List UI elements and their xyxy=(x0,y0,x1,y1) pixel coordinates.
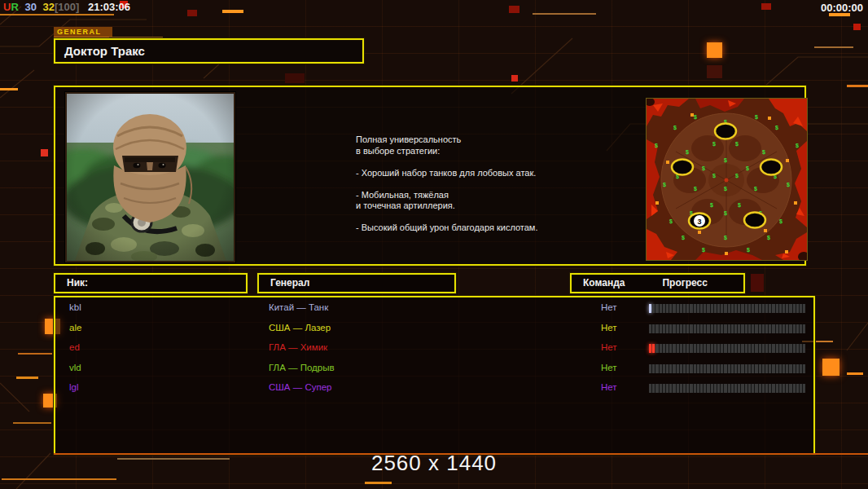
start-position-number: 3 xyxy=(697,218,701,226)
header-team-progress: Команда Прогресс xyxy=(570,273,745,293)
general-info-panel: Полная универсальность в выборе стратеги… xyxy=(54,86,806,266)
decor-dash xyxy=(847,372,863,375)
svg-text:$: $ xyxy=(712,141,716,148)
description-line: Полная универсальность xyxy=(356,134,625,146)
player-progress-bar xyxy=(649,304,805,313)
player-row[interactable]: vld ГЛА — Подрыв Нет xyxy=(55,360,813,380)
decor-square xyxy=(707,65,722,78)
header-team: Команда xyxy=(583,275,625,292)
svg-text:$: $ xyxy=(724,210,727,217)
player-nick: kbl xyxy=(69,302,81,312)
description-line: - Мобильная, тяжёлая xyxy=(356,190,625,201)
header-progress: Прогресс xyxy=(662,275,707,292)
player-team[interactable]: Нет xyxy=(601,302,617,312)
player-progress-bar xyxy=(649,344,805,353)
svg-text:$: $ xyxy=(694,186,697,192)
player-team[interactable]: Нет xyxy=(601,342,617,352)
player-general[interactable]: США — Супер xyxy=(269,382,331,392)
player-nick: ale xyxy=(69,323,81,333)
resolution-indicator: 2560 x 1440 xyxy=(0,451,868,476)
player-row[interactable]: ed ГЛА — Химик Нет xyxy=(55,340,813,359)
general-name-box[interactable]: Доктор Тракс xyxy=(54,38,364,64)
game-timer: 00:00:00 xyxy=(821,2,863,14)
statusbar-label-r: R xyxy=(11,1,18,13)
player-row[interactable]: lgl США — Супер Нет xyxy=(55,380,813,399)
svg-text:$: $ xyxy=(779,218,783,225)
player-team[interactable]: Нет xyxy=(601,323,617,333)
statusbar-clock: 21:03:06 xyxy=(88,1,130,13)
player-nick: vld xyxy=(69,363,81,372)
description-line: и точечная артиллерия. xyxy=(356,200,625,212)
player-general[interactable]: ГЛА — Подрыв xyxy=(269,363,335,372)
statusbar-fps: 30 xyxy=(24,1,36,13)
svg-text:$: $ xyxy=(746,165,749,172)
svg-text:$: $ xyxy=(686,149,689,156)
svg-text:$: $ xyxy=(663,182,666,188)
player-team[interactable]: Нет xyxy=(601,363,617,372)
statusbar-underline xyxy=(0,14,114,15)
svg-text:$: $ xyxy=(735,173,739,179)
decor-dash xyxy=(365,482,392,484)
description-line xyxy=(356,178,625,190)
decor-dash xyxy=(847,85,868,87)
svg-text:$: $ xyxy=(655,143,658,149)
svg-text:$: $ xyxy=(694,114,697,121)
header-general: Генерал xyxy=(257,273,456,293)
decor-square xyxy=(509,6,519,13)
player-progress-bar xyxy=(649,364,805,373)
portrait-art xyxy=(67,94,234,261)
description-line: - Хороший набор танков для лобовых атак. xyxy=(356,168,625,179)
decor-dash xyxy=(2,478,116,480)
svg-text:$: $ xyxy=(724,186,727,192)
statusbar-num: 32 xyxy=(43,1,55,13)
svg-text:$: $ xyxy=(682,235,685,241)
svg-text:$: $ xyxy=(724,235,727,241)
decor-square xyxy=(511,75,518,82)
tab-tail-line xyxy=(109,37,163,37)
player-general[interactable]: Китай — Танк xyxy=(269,302,328,312)
map-preview[interactable]: $$$ $$$ $$$ $$$ $$$ $$$ $$$ $$$ $$$ $$$ … xyxy=(646,98,808,261)
map-preview-art: $$$ $$$ $$$ $$$ $$$ $$$ $$$ $$$ $$$ $$$ … xyxy=(647,99,807,260)
svg-text:$: $ xyxy=(702,247,705,253)
decor-dash xyxy=(16,377,38,379)
svg-text:$: $ xyxy=(724,157,727,164)
svg-text:$: $ xyxy=(747,247,750,253)
player-nick: lgl xyxy=(69,382,79,392)
description-line: - Высокий общий урон благодаря кислотам. xyxy=(356,222,625,234)
description-line xyxy=(356,156,625,168)
decor-square xyxy=(707,42,722,58)
player-general[interactable]: ГЛА — Химик xyxy=(269,342,327,352)
decor-square xyxy=(761,3,771,10)
description-line: в выборе стратегии: xyxy=(356,146,625,157)
decor-square xyxy=(41,149,48,156)
statusbar-label-u: U xyxy=(3,1,11,13)
statusbar-bracket: [100] xyxy=(55,1,79,13)
svg-text:$: $ xyxy=(755,114,758,121)
decor-square xyxy=(285,73,305,83)
svg-text:$: $ xyxy=(669,218,673,225)
general-description: Полная универсальность в выборе стратеги… xyxy=(356,134,625,234)
decor-dash xyxy=(814,46,853,48)
decor-square xyxy=(187,10,197,16)
decor-dash xyxy=(18,353,52,355)
decor-square xyxy=(822,359,840,376)
svg-text:$: $ xyxy=(702,165,705,172)
svg-text:$: $ xyxy=(762,149,765,156)
general-portrait xyxy=(65,92,235,262)
decor-square xyxy=(751,274,764,292)
player-general[interactable]: США — Лазер xyxy=(269,323,331,333)
svg-text:$: $ xyxy=(735,141,739,148)
decor-dash xyxy=(0,88,18,90)
player-row[interactable]: ale США — Лазер Нет xyxy=(55,320,813,340)
svg-text:$: $ xyxy=(712,173,716,179)
svg-text:$: $ xyxy=(796,143,799,149)
svg-text:$: $ xyxy=(754,186,757,192)
players-panel: kbl Китай — Танк Нет ale США — Лазер Нет… xyxy=(54,296,815,455)
svg-text:$: $ xyxy=(710,202,713,209)
player-team[interactable]: Нет xyxy=(601,382,617,392)
svg-text:$: $ xyxy=(767,235,770,241)
svg-text:$: $ xyxy=(738,202,741,209)
player-row[interactable]: kbl Китай — Танк Нет xyxy=(55,300,813,319)
decor-square xyxy=(853,24,861,30)
svg-text:$: $ xyxy=(787,182,790,188)
